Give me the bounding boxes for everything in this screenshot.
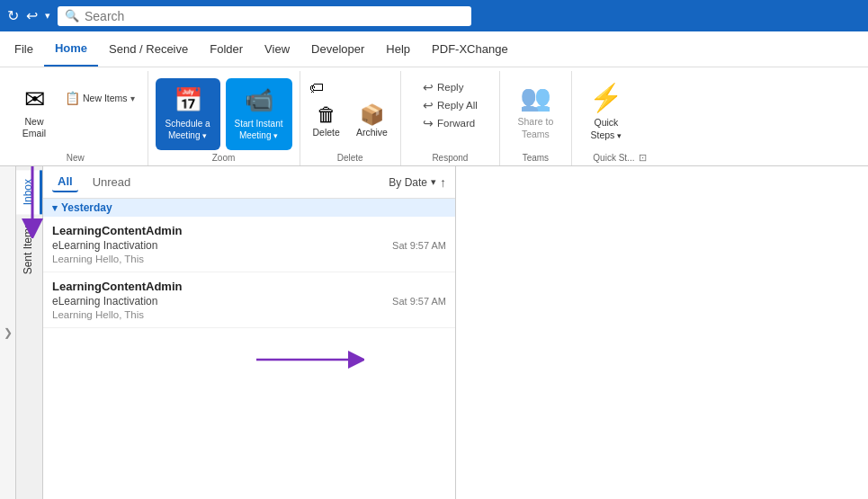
sort-control[interactable]: By Date ▾ ↑ xyxy=(389,175,446,190)
ribbon-group-new: ✉ NewEmail 📋 New Items ▾ New xyxy=(4,71,148,165)
sidebar-tab-sent-items[interactable]: Sent Items xyxy=(16,214,42,283)
email-subject: eLearning Inactivation xyxy=(52,239,157,252)
sidebar-tabs: Inbox Sent Items xyxy=(16,166,43,499)
menu-send-receive[interactable]: Send / Receive xyxy=(98,31,199,67)
ribbon-group-zoom-label: Zoom xyxy=(212,153,236,163)
ribbon-group-delete-label: Delete xyxy=(337,153,363,163)
menu-folder[interactable]: Folder xyxy=(199,31,254,67)
email-time: Sat 9:57 AM xyxy=(392,296,446,307)
ribbon-group-respond: ↩ Reply ↩ Reply All ↪ Forward Respond xyxy=(401,71,500,165)
date-group-label: Yesterday xyxy=(61,201,112,214)
collapse-panel-button[interactable]: ❯ xyxy=(0,166,16,499)
menu-help[interactable]: Help xyxy=(375,31,421,67)
search-input[interactable] xyxy=(85,9,464,23)
ribbon-group-delete: 🏷 🗑 Delete 📦 Archive Delete xyxy=(300,71,401,165)
search-box: 🔍 xyxy=(58,6,471,26)
ribbon-group-respond-label: Respond xyxy=(432,153,468,163)
email-sender: LearningContentAdmin xyxy=(52,224,446,237)
date-group-chevron[interactable]: ▾ xyxy=(52,202,58,214)
archive-icon: 📦 xyxy=(360,103,384,127)
new-items-button[interactable]: 📋 New Items ▾ xyxy=(59,85,140,111)
menu-pdf-xchange[interactable]: PDF-XChange xyxy=(421,31,519,67)
ribbon-group-new-label: New xyxy=(67,153,85,163)
expand-quick-steps-button[interactable]: ⊡ xyxy=(637,150,649,165)
date-group-yesterday: ▾ Yesterday xyxy=(43,199,455,217)
share-teams-button[interactable]: 👥 Share toTeams xyxy=(508,78,562,146)
new-items-icon: 📋 xyxy=(65,91,80,105)
email-preview: Learning Hello, This xyxy=(52,309,446,320)
tags-button[interactable]: 🏷 xyxy=(308,78,326,98)
email-preview: Learning Hello, This xyxy=(52,254,446,264)
email-list-header: All Unread By Date ▾ ↑ xyxy=(43,166,455,199)
video-icon: 📹 xyxy=(245,86,273,114)
reply-all-button[interactable]: ↩ Reply All xyxy=(419,96,481,114)
forward-icon: ↪ xyxy=(423,116,434,130)
email-icon: ✉ xyxy=(24,85,45,114)
ribbon: ✉ NewEmail 📋 New Items ▾ New xyxy=(0,67,868,166)
new-email-button[interactable]: ✉ NewEmail xyxy=(11,78,58,146)
ribbon-group-teams: 👥 Share toTeams Teams xyxy=(500,71,572,165)
delete-button[interactable]: 🗑 Delete xyxy=(308,100,345,141)
search-icon: 🔍 xyxy=(65,9,79,22)
new-items-dropdown-icon[interactable]: ▾ xyxy=(130,94,135,103)
reading-pane xyxy=(456,166,868,499)
collapse-icon: ❯ xyxy=(4,326,13,339)
reply-all-icon: ↩ xyxy=(423,98,434,112)
ribbon-group-teams-label: Teams xyxy=(523,153,549,163)
lightning-icon: ⚡ xyxy=(589,82,622,113)
email-list: All Unread By Date ▾ ↑ ▾ Yesterday Learn… xyxy=(43,166,456,499)
menu-file[interactable]: File xyxy=(4,31,44,67)
menu-view[interactable]: View xyxy=(254,31,300,67)
dropdown-icon[interactable]: ▾ xyxy=(45,10,50,22)
instant-meeting-button[interactable]: 📹 Start InstantMeeting ▾ xyxy=(226,78,292,150)
schedule-meeting-button[interactable]: 📅 Schedule aMeeting ▾ xyxy=(156,78,220,150)
menu-home[interactable]: Home xyxy=(44,31,98,67)
teams-icon: 👥 xyxy=(520,83,551,112)
menu-bar: File Home Send / Receive Folder View Dev… xyxy=(0,31,868,67)
ribbon-group-zoom: 📅 Schedule aMeeting ▾ 📹 Start InstantMee… xyxy=(148,71,300,165)
title-bar: ↻ ↩ ▾ 🔍 xyxy=(0,0,868,31)
filter-unread[interactable]: Unread xyxy=(87,173,137,192)
archive-button[interactable]: 📦 Archive xyxy=(351,100,393,141)
undo-icon[interactable]: ↩ xyxy=(26,7,38,24)
sort-label: By Date xyxy=(389,176,427,189)
sort-asc-icon[interactable]: ↑ xyxy=(440,175,446,190)
sort-dropdown-icon[interactable]: ▾ xyxy=(431,176,436,188)
reply-button[interactable]: ↩ Reply xyxy=(419,78,481,96)
sidebar-tab-inbox[interactable]: Inbox xyxy=(16,170,42,214)
email-time: Sat 9:57 AM xyxy=(392,240,446,251)
delete-icon: 🗑 xyxy=(317,103,336,127)
content-area: ❯ Inbox Sent Items All Unread By Date ▾ … xyxy=(0,166,868,499)
email-sender: LearningContentAdmin xyxy=(52,280,446,293)
ribbon-group-quick-steps: ⚡ QuickSteps ▾ ⊡ Quick St... xyxy=(572,71,656,165)
forward-button[interactable]: ↪ Forward xyxy=(419,114,481,132)
refresh-icon[interactable]: ↻ xyxy=(7,7,19,24)
email-item[interactable]: LearningContentAdmin eLearning Inactivat… xyxy=(43,217,455,272)
reply-icon: ↩ xyxy=(423,80,434,94)
tags-icon: 🏷 xyxy=(309,80,324,96)
calendar-icon: 📅 xyxy=(174,86,202,114)
email-subject: eLearning Inactivation xyxy=(52,295,157,307)
quick-steps-button[interactable]: ⚡ QuickSteps ▾ xyxy=(579,78,633,146)
filter-all[interactable]: All xyxy=(52,172,78,192)
ribbon-group-quick-steps-label: Quick St... xyxy=(593,153,634,163)
email-item[interactable]: LearningContentAdmin eLearning Inactivat… xyxy=(43,272,455,328)
menu-developer[interactable]: Developer xyxy=(300,31,375,67)
